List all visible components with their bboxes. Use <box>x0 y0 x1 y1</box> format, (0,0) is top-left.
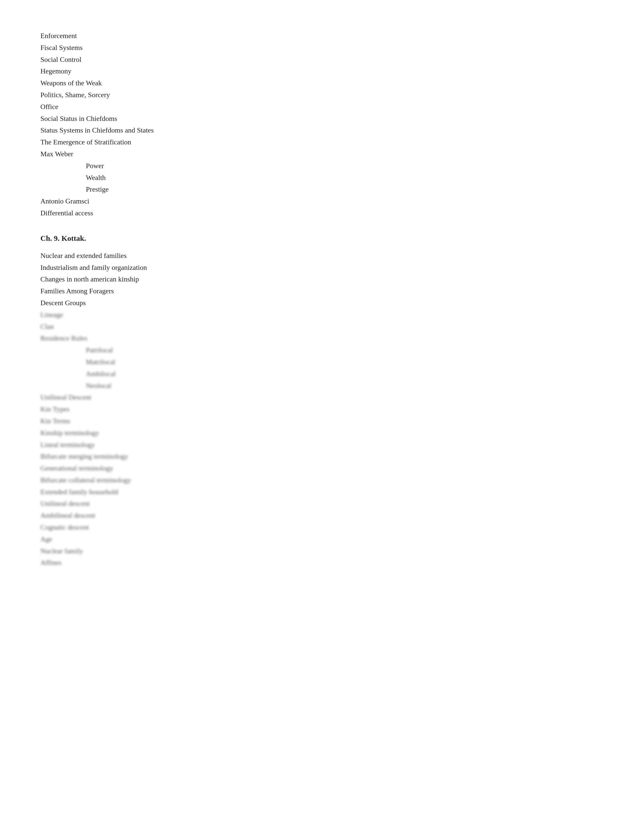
list-item: Differential access <box>40 207 495 219</box>
list-item: Antonio Gramsci <box>40 196 495 207</box>
list-item: Kin Types <box>40 404 495 415</box>
top-list: Enforcement Fiscal Systems Social Contro… <box>40 30 495 219</box>
list-item: Matrilocal <box>40 356 495 368</box>
list-item: Enforcement <box>40 30 495 42</box>
list-item: Max Weber <box>40 148 495 160</box>
list-item: Changes in north american kinship <box>40 273 495 285</box>
list-item: Extended family household <box>40 486 495 498</box>
ch9-clear-list: Nuclear and extended families Industrial… <box>40 250 495 309</box>
list-item: Kinship terminology <box>40 427 495 439</box>
list-item: Age <box>40 534 495 545</box>
list-item: Families Among Foragers <box>40 286 495 297</box>
list-item: Kin Terms <box>40 415 495 427</box>
list-item: Prestige <box>40 184 495 195</box>
list-item: Industrialism and family organization <box>40 262 495 273</box>
list-item: Unilineal descent <box>40 498 495 510</box>
list-item: Lineage <box>40 309 495 321</box>
list-item: Social Status in Chiefdoms <box>40 113 495 124</box>
list-item: Generational terminology <box>40 463 495 474</box>
list-item: Patrilocal <box>40 344 495 356</box>
list-item: Nuclear family <box>40 545 495 557</box>
ch9-blurred-list: Lineage Clan Residence Rules Patrilocal … <box>40 309 495 569</box>
list-item-weapons-of-weak: Weapons of the Weak <box>40 77 495 89</box>
list-item: Social Control <box>40 54 495 65</box>
list-item: Status Systems in Chiefdoms and States <box>40 125 495 136</box>
list-item: Residence Rules <box>40 333 495 344</box>
list-item: Wealth <box>40 172 495 183</box>
list-item-descent-groups: Descent Groups <box>40 298 495 309</box>
list-item: Cognatic descent <box>40 522 495 533</box>
list-item: Bifurcate merging terminology <box>40 451 495 462</box>
list-item: Office <box>40 101 495 113</box>
list-item: Unilineal Descent <box>40 392 495 403</box>
list-item: Bifurcate collateral terminology <box>40 474 495 486</box>
list-item: Fiscal Systems <box>40 42 495 53</box>
list-item: Ambilineal descent <box>40 510 495 521</box>
list-item: Hegemony <box>40 66 495 77</box>
list-item: Clan <box>40 321 495 333</box>
list-item: Ambilocal <box>40 368 495 380</box>
list-item: Nuclear and extended families <box>40 250 495 262</box>
list-item: Neolocal <box>40 380 495 391</box>
page-content: Enforcement Fiscal Systems Social Contro… <box>40 30 495 568</box>
section-header-ch9: Ch. 9. Kottak. <box>40 234 495 243</box>
list-item: Affines <box>40 557 495 568</box>
list-item: Politics, Shame, Sorcery <box>40 89 495 101</box>
list-item: Lineal terminology <box>40 439 495 450</box>
list-item: Power <box>40 160 495 172</box>
list-item: The Emergence of Stratification <box>40 137 495 148</box>
